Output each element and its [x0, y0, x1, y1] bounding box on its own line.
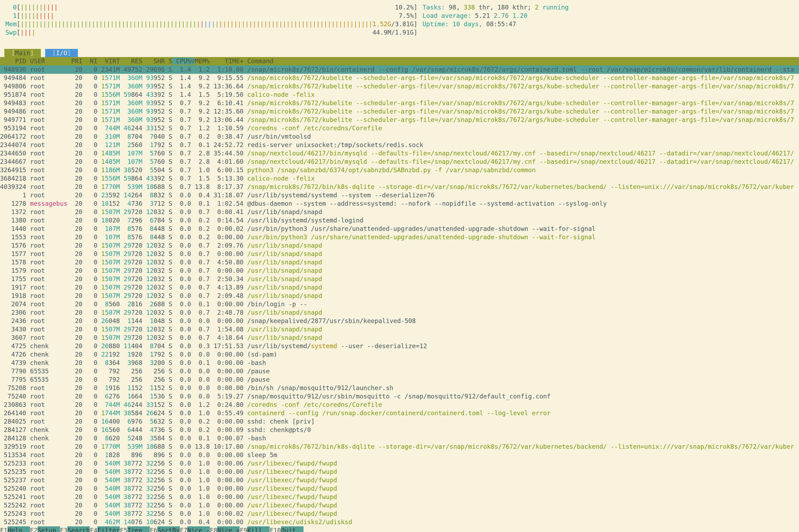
column-header-shr[interactable]: SHR: [142, 58, 165, 64]
fkey-number: F4: [90, 526, 97, 532]
process-row[interactable]: 953194 root 20 0 744M 46244 33152 S 0.7 …: [0, 124, 799, 132]
process-row[interactable]: 75240 root 20 0 6276 1664 1536 S 0.0 0.0…: [0, 392, 799, 401]
process-command: /coredns -conf /etc/coredns/Corefile: [247, 401, 382, 408]
fkey-tree-button[interactable]: F5Tree: [120, 526, 150, 532]
process-row[interactable]: 951874 root 20 0 1556M 59864 43392 S 1.4…: [0, 91, 799, 99]
process-row[interactable]: 1 root 20 0 23592 14264 8832 S 0.0 0.4 3…: [0, 191, 799, 200]
column-header-pid[interactable]: PID: [0, 58, 26, 64]
process-row[interactable]: 525242 root 20 0 540M 38772 32256 S 0.0 …: [0, 501, 799, 510]
tab-main[interactable]: [Main]: [4, 49, 41, 57]
column-header-pri[interactable]: PRI: [67, 58, 82, 64]
process-row[interactable]: 284025 root 20 0 16400 6976 5632 S 0.0 0…: [0, 417, 799, 426]
fkey-action-label: Nice -: [187, 526, 210, 532]
process-row[interactable]: 1577 root 20 0 1507M 29720 12032 S 0.0 0…: [0, 250, 799, 258]
process-row[interactable]: 2344667 root 20 0 1485M 107M 5760 S 0.7 …: [0, 158, 799, 166]
process-row[interactable]: 1918 root 20 0 1507M 29720 12032 S 0.0 0…: [0, 292, 799, 300]
process-command: /coredns -conf /etc/coredns/Corefile: [247, 125, 382, 132]
process-row[interactable]: 329519 root 20 0 1770M 539M 18688 S 0.0 …: [0, 442, 799, 451]
process-command: /snap/nextcloud/46217/bin/mysqld --defau…: [247, 158, 794, 165]
process-row[interactable]: 525237 root 20 0 540M 38772 32256 S 0.0 …: [0, 476, 799, 484]
process-row[interactable]: 4725 chenk 20 0 20880 11404 8704 S 0.0 0…: [0, 342, 799, 350]
process-command: sleep 5m: [247, 452, 277, 458]
fkey-quit-button[interactable]: F10Quit: [270, 526, 303, 532]
process-row[interactable]: 1755 root 20 0 1507M 29720 12032 S 0.0 0…: [0, 275, 799, 283]
process-row[interactable]: 2436 root 20 0 26048 1144 1048 S 0.0 0.0…: [0, 317, 799, 325]
process-row[interactable]: 3684218 root 20 0 1556M 59864 43392 S 0.…: [0, 174, 799, 183]
fkey-kill-button[interactable]: F9Kill: [240, 526, 270, 532]
column-header-mem[interactable]: MEM%: [195, 58, 210, 64]
process-row[interactable]: 525233 root 20 0 540M 38772 32256 S 0.0 …: [0, 459, 799, 468]
tab-main-label: Main: [15, 50, 30, 57]
cpu1-meter-bars-green: ||||: [20, 12, 35, 19]
cpu0-meter-label: 0: [5, 4, 17, 11]
process-table: 948930 root 20 0 2341M 49752 29696 S 1.4…: [0, 65, 799, 526]
fkey-action-label: Search: [67, 526, 90, 532]
column-header-s[interactable]: S: [165, 58, 172, 64]
column-header-ni[interactable]: NI: [82, 58, 97, 64]
process-row[interactable]: 949806 root 20 0 1571M 360M 93952 S 1.4 …: [0, 82, 799, 91]
process-row[interactable]: 75208 root 20 0 1916 1152 1152 S 0.0 0.0…: [0, 384, 799, 392]
column-header-virt[interactable]: VIRT: [97, 58, 120, 64]
process-row[interactable]: 1372 root 20 0 1507M 29720 12032 S 0.0 0…: [0, 208, 799, 216]
process-row[interactable]: 949483 root 20 0 1571M 360M 93952 S 0.7 …: [0, 99, 799, 107]
process-row[interactable]: 513534 root 20 0 1828 896 896 S 0.0 0.0 …: [0, 451, 799, 459]
process-row[interactable]: 4726 chenk 20 0 22192 1920 1792 S 0.0 0.…: [0, 350, 799, 359]
process-row[interactable]: 525240 root 20 0 540M 38772 32256 S 0.0 …: [0, 484, 799, 493]
process-row[interactable]: 525245 root 20 0 462M 14076 10624 S 0.0 …: [0, 518, 799, 526]
process-row[interactable]: 7790 65535 20 0 792 256 256 S 0.0 0.0 0:…: [0, 367, 799, 376]
fkey-search-button[interactable]: F3Search: [60, 526, 90, 532]
process-row[interactable]: 284128 chenk 20 0 8620 5248 3584 S 0.0 0…: [0, 434, 799, 442]
screen-tabs: [Main][I/O]: [4, 49, 78, 57]
process-command: /usr/libexec/udisks2/udisksd: [247, 518, 352, 526]
column-header-time[interactable]: TIME+: [210, 58, 244, 64]
process-row[interactable]: 7795 65535 20 0 792 256 256 S 0.0 0.0 0:…: [0, 376, 799, 384]
process-row[interactable]: 4039324 root 20 0 1770M 539M 18688 S 0.7…: [0, 183, 799, 191]
process-row[interactable]: 3264915 root 20 0 1186M 38520 5504 S 0.7…: [0, 166, 799, 174]
process-row[interactable]: 525243 root 20 0 540M 38772 32256 S 0.0 …: [0, 510, 799, 518]
fkey-sortby-button[interactable]: F6SortBy: [150, 526, 180, 532]
fkey-filter-button[interactable]: F4Filter: [90, 526, 120, 532]
process-row[interactable]: 1278 messagebus 20 0 10152 4736 3712 S 0…: [0, 200, 799, 208]
fkey-number: F10: [270, 526, 281, 532]
process-row[interactable]: 230863 root 20 0 744M 46244 33152 S 0.0 …: [0, 401, 799, 409]
process-row[interactable]: 2074 root 20 0 8560 2816 2688 S 0.0 0.1 …: [0, 300, 799, 308]
process-row[interactable]: 525241 root 20 0 540M 38772 32256 S 0.0 …: [0, 493, 799, 501]
process-row[interactable]: 2344650 root 20 0 1485M 107M 5760 S 0.7 …: [0, 149, 799, 158]
column-header-res[interactable]: RES: [120, 58, 142, 64]
process-row[interactable]: 3430 root 20 0 1507M 29720 12032 S 0.0 0…: [0, 325, 799, 334]
process-row[interactable]: 1578 root 20 0 1507M 29720 12032 S 0.0 0…: [0, 258, 799, 267]
fkey-nice+-button[interactable]: F8Nice +: [210, 526, 240, 532]
process-command: /snap/microk8s/7672/kubelite --scheduler…: [247, 83, 794, 90]
process-row[interactable]: 2344074 root 20 0 121M 2560 1792 S 0.7 0…: [0, 141, 799, 149]
fkey-nice--button[interactable]: F7Nice -: [180, 526, 210, 532]
meter-open-bracket: [: [17, 21, 21, 27]
process-command: /usr/bin/vmtoolsd: [247, 133, 311, 140]
process-row[interactable]: 1576 root 20 0 1507M 29720 12032 S 0.0 0…: [0, 241, 799, 250]
fkey-help-button[interactable]: F1Help: [0, 526, 30, 532]
process-row[interactable]: 525235 root 20 0 540M 38772 32256 S 0.0 …: [0, 468, 799, 476]
column-header-user[interactable]: USER: [30, 58, 67, 64]
swp-meter-bars-red: |||: [20, 29, 32, 36]
column-header-command[interactable]: Command: [247, 58, 274, 64]
process-row[interactable]: 948930 root 20 0 2341M 49752 29696 S 1.4…: [0, 65, 799, 74]
process-row[interactable]: 264140 root 20 0 1744M 38584 26624 S 0.0…: [0, 409, 799, 417]
process-row[interactable]: 4739 chenk 20 0 8364 3968 3200 S 0.0 0.1…: [0, 359, 799, 367]
process-row[interactable]: 284127 chenk 20 0 16560 6444 4736 S 0.0 …: [0, 426, 799, 434]
process-row[interactable]: 2064172 root 20 0 310M 8704 7040 S 0.7 0…: [0, 132, 799, 141]
process-row[interactable]: 1579 root 20 0 1507M 29720 12032 S 0.0 0…: [0, 267, 799, 275]
process-row[interactable]: 1440 root 20 0 107M 8576 8448 S 0.0 0.2 …: [0, 225, 799, 233]
process-row[interactable]: 2306 root 20 0 1507M 29720 12032 S 0.0 0…: [0, 308, 799, 317]
process-command: /snap/mosquitto/912/usr/sbin/mosquitto -…: [247, 393, 551, 400]
column-header-cpu[interactable]: CPU%▽: [172, 58, 195, 64]
process-row[interactable]: 3607 root 20 0 1507M 29720 12032 S 0.0 0…: [0, 334, 799, 342]
tab-io[interactable]: [I/O]: [45, 49, 78, 57]
process-row[interactable]: 949486 root 20 0 1571M 360M 93952 S 0.7 …: [0, 107, 799, 116]
process-row[interactable]: 1380 root 20 0 18020 7296 6784 S 0.0 0.2…: [0, 216, 799, 225]
process-row[interactable]: 1553 root 20 0 107M 8576 8448 S 0.0 0.2 …: [0, 233, 799, 241]
process-row[interactable]: 1917 root 20 0 1507M 29720 12032 S 0.0 0…: [0, 283, 799, 292]
process-row[interactable]: 949771 root 20 0 1571M 360M 93952 S 0.7 …: [0, 116, 799, 124]
tasks-summary: Tasks: 98, 338 thr, 180 kthr; 2 running: [423, 3, 569, 12]
fkey-setup-button[interactable]: F2Setup: [30, 526, 60, 532]
process-command: /usr/lib/snapd/snapd: [247, 326, 322, 333]
process-row[interactable]: 949484 root 20 0 1571M 360M 93952 S 1.4 …: [0, 74, 799, 82]
